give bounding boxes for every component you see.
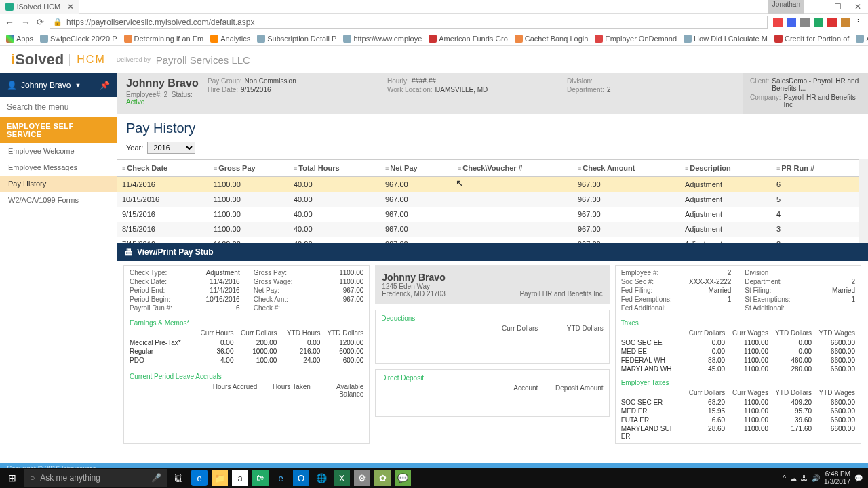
pay-history-grid: ≡Check Date ≡Gross Pay ≡Total Hours ≡Net… [117,159,868,243]
col-description[interactable]: ≡Description [682,163,774,174]
maximize-button[interactable]: ☐ [827,0,848,14]
menu-icon[interactable]: ⋮ [854,18,864,27]
store-icon[interactable]: 🛍 [252,470,269,486]
app-icon[interactable]: ✿ [374,470,391,486]
bookmark-item[interactable]: Determining if an Em [122,35,206,43]
browser-tab[interactable]: iSolved HCM × [0,0,79,14]
browser-titlebar: iSolved HCM × Jonathan — ☐ ✕ [0,0,868,14]
view-print-paystub-bar[interactable]: 🖶 View/Print Pay Stub [117,243,868,261]
bookmark-item[interactable]: https://www.employe [341,35,424,43]
year-select[interactable]: 2016 [147,142,195,154]
ie-icon[interactable]: e [273,470,289,486]
amazon-icon[interactable]: a [232,470,248,486]
bookmark-item[interactable]: SwipeClock 20/20 P [38,35,119,43]
tray-icon[interactable]: ^ [783,474,786,482]
system-tray: ^ ☁ 🖧 🔊 6:48 PM 1/3/2017 💬 [777,470,868,485]
logo: iSolved [11,51,64,68]
start-button[interactable]: ⊞ [0,468,24,488]
notifications-icon[interactable]: 💬 [854,474,863,482]
windows-taskbar: ⊞ ○ Ask me anything 🎤 ⿻ e 📁 a 🛍 e O 🌐 X … [0,468,868,488]
network-icon[interactable]: 🖧 [801,474,808,482]
employee-meta: Employee#: 2 Status: Active [126,91,208,106]
grid-row[interactable]: 9/15/20161100.0040.00967.00967.00Adjustm… [117,207,868,222]
sidebar-item-payhistory[interactable]: Pay History [0,176,117,192]
user-name: Johnny Bravo [21,81,71,90]
employee-address-box: Johnny Bravo 1245 Eden Way Frederick, MD… [375,265,609,304]
col-totalhours[interactable]: ≡Total Hours [291,163,382,174]
url-input[interactable]: 🔒 https://payrollservicesllc.myisolved.c… [50,16,768,29]
favicon [5,3,14,11]
page-title: Pay History [117,114,868,139]
edge-icon[interactable]: e [191,470,208,486]
tab-title: iSolved HCM [17,3,60,11]
col-checkdate[interactable]: ≡Check Date [119,163,211,174]
close-button[interactable]: ✕ [848,0,868,14]
bookmark-item[interactable]: How Did I Calculate M [682,35,770,43]
taskbar-apps: ⿻ e 📁 a 🛍 e O 🌐 X ⚙ ✿ 💬 [171,468,411,488]
task-view-icon[interactable]: ⿻ [171,470,187,486]
bookmark-item[interactable]: Cachet Banq Login [513,35,591,43]
bookmark-item[interactable]: Employer OnDemand [593,35,679,43]
bookmark-item[interactable]: Credit for Portion of [772,35,851,43]
chrome-icon[interactable]: 🌐 [313,470,330,486]
ext-icon[interactable] [800,18,810,27]
mic-icon[interactable]: 🎤 [151,473,161,483]
grid-row[interactable]: 8/15/20161100.0040.00967.00967.00Adjustm… [117,222,868,237]
caret-down-icon: ▼ [75,82,81,89]
ext-icon[interactable] [827,18,837,27]
app-icon[interactable]: 💬 [395,470,411,486]
outlook-icon[interactable]: O [293,470,309,486]
grid-row[interactable]: 10/15/20161100.0040.00967.00967.00Adjust… [117,192,868,207]
sidebar-item-w2[interactable]: W2/ACA/1099 Forms [0,192,117,208]
ext-icon[interactable] [841,18,850,27]
excel-icon[interactable]: X [334,470,350,486]
cortana-search[interactable]: ○ Ask me anything 🎤 [24,469,167,487]
col-prrun[interactable]: ≡PR Run # [774,163,838,174]
sidebar-user[interactable]: 👤 Johnny Bravo ▼ 📌 [0,73,117,97]
reload-button[interactable]: ⟳ [37,17,44,27]
back-button[interactable]: ← [4,17,15,28]
col-grosspay[interactable]: ≡Gross Pay [211,163,291,174]
volume-icon[interactable]: 🔊 [812,474,820,482]
menu-search-input[interactable] [0,97,117,117]
url-text: https://payrollservicesllc.myisolved.com… [66,18,254,27]
tab-close-icon[interactable]: × [68,1,73,12]
grid-row[interactable]: 7/15/20161100.0040.00967.00967.00Adjustm… [117,237,868,243]
clock-time[interactable]: 6:48 PM [824,470,850,478]
bookmark-item[interactable]: Subscription Detail P [255,35,338,43]
explorer-icon[interactable]: 📁 [212,470,228,486]
bookmark-item[interactable]: Analytics [208,35,252,43]
grid-scrollbar[interactable] [859,159,868,243]
stub-mid-col: Johnny Bravo 1245 Eden Way Frederick, MD… [375,265,609,444]
employee-header: Johnny Bravo Employee#: 2 Status: Active… [117,73,868,114]
sidebar-section-header: EMPLOYEE SELF SERVICE [0,117,117,143]
clock-date[interactable]: 1/3/2017 [824,478,850,485]
ext-icon[interactable] [787,18,796,27]
bookmark-item[interactable]: American Funds Gro [427,35,509,43]
col-checkamount[interactable]: ≡Check Amount [575,163,682,174]
apps-button[interactable]: Apps [4,35,35,43]
print-icon: 🖶 [125,247,133,257]
ext-icon[interactable] [814,18,823,27]
minimize-button[interactable]: — [807,0,827,14]
stub-left-col: Check Type:AdjustmentCheck Date:11/4/201… [123,265,370,444]
app-icon[interactable]: ⚙ [354,470,370,486]
ext-icon[interactable] [773,18,783,27]
app-header: iSolved HCM Delivered by Payroll Service… [0,46,868,73]
sidebar-item-welcome[interactable]: Employee Welcome [0,143,117,159]
col-netpay[interactable]: ≡Net Pay [382,163,455,174]
user-icon: 👤 [7,81,17,90]
earnings-title: Earnings & Memos* [130,318,363,328]
col-checkvoucher[interactable]: ≡Check\Voucher # [455,163,575,174]
year-label: Year: [126,144,143,152]
bookmark-item[interactable]: Advil Packet Pain Me [854,35,868,43]
paystub-detail: Check Type:AdjustmentCheck Date:11/4/201… [117,261,868,448]
sidebar-item-messages[interactable]: Employee Messages [0,159,117,176]
extension-icons: ⋮ [773,18,864,27]
forward-button[interactable]: → [20,17,31,28]
stub-right-col: Employee #:2Soc Sec #:XXX-XX-2222Fed Fil… [615,265,861,444]
grid-row[interactable]: 11/4/20161100.0040.00967.00967.00Adjustm… [117,177,868,192]
chrome-user-badge[interactable]: Jonathan [768,0,804,14]
onedrive-icon[interactable]: ☁ [790,474,797,482]
pin-icon[interactable]: 📌 [100,81,110,90]
